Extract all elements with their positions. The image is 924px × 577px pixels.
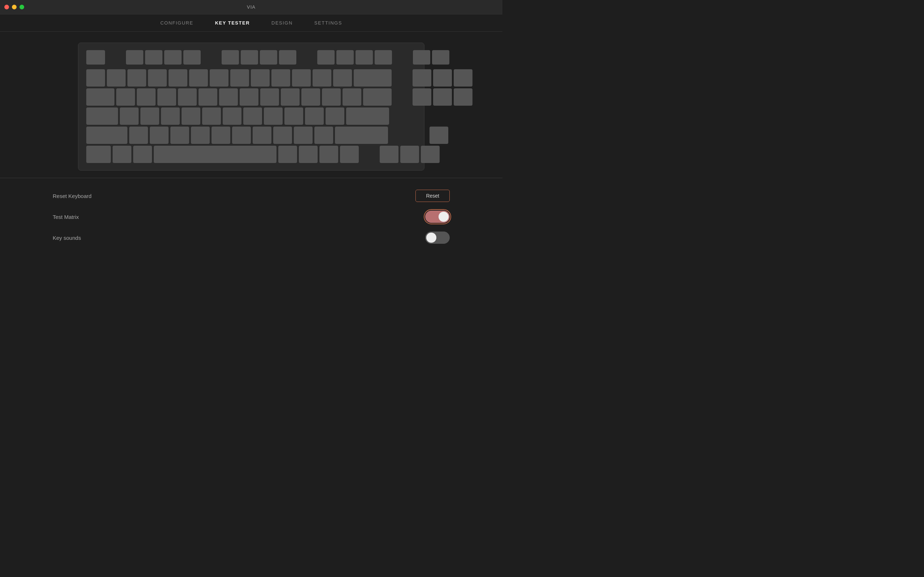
minimize-button[interactable] [12,5,16,10]
key-enter[interactable] [346,108,389,125]
key-j[interactable] [243,108,262,125]
key-period[interactable] [294,127,313,144]
key-tab[interactable] [86,89,115,106]
key-scroll[interactable] [432,50,449,64]
key-c[interactable] [170,127,189,144]
key-space[interactable] [154,146,276,163]
key-g[interactable] [202,108,221,125]
key-b[interactable] [212,127,230,144]
key-u[interactable] [240,89,258,106]
key-menu[interactable] [320,146,338,163]
key-p[interactable] [301,89,320,106]
key-k[interactable] [264,108,283,125]
key-f1[interactable] [126,50,143,64]
nav-settings[interactable]: SETTINGS [314,19,342,26]
key-home[interactable] [433,69,452,87]
key-end[interactable] [433,89,452,106]
key-d[interactable] [161,108,180,125]
key-down[interactable] [400,146,419,163]
key-backtick[interactable] [86,69,105,87]
key-e[interactable] [157,89,176,106]
key-z[interactable] [129,127,148,144]
key-backslash[interactable] [363,89,392,106]
key-8[interactable] [251,69,270,87]
test-matrix-toggle[interactable] [425,211,450,223]
key-s[interactable] [141,108,159,125]
key-f6[interactable] [241,50,258,64]
key-sounds-toggle[interactable] [425,232,450,244]
key-f[interactable] [181,108,200,125]
nav-configure[interactable]: CONFIGURE [160,19,194,26]
key-v[interactable] [191,127,210,144]
key-f11[interactable] [355,50,373,64]
key-slash[interactable] [314,127,333,144]
key-backspace[interactable] [354,69,392,87]
key-n[interactable] [232,127,251,144]
key-y[interactable] [219,89,238,106]
key-pgup[interactable] [454,69,472,87]
key-right[interactable] [421,146,439,163]
key-quote[interactable] [326,108,344,125]
key-5[interactable] [189,69,208,87]
key-lctrl[interactable] [86,146,111,163]
key-9[interactable] [271,69,290,87]
key-lalt[interactable] [133,146,152,163]
key-f4[interactable] [183,50,201,64]
key-6[interactable] [210,69,228,87]
key-row-zxcv [86,127,416,144]
key-1[interactable] [107,69,126,87]
key-i[interactable] [260,89,279,106]
key-sounds-label: Key sounds [53,235,81,241]
key-delete[interactable] [412,89,431,106]
key-o[interactable] [281,89,300,106]
key-up[interactable] [430,127,448,144]
key-0[interactable] [292,69,311,87]
key-lbracket[interactable] [322,89,341,106]
key-capslock[interactable] [86,108,118,125]
key-l[interactable] [284,108,303,125]
key-f10[interactable] [336,50,354,64]
key-equals[interactable] [333,69,352,87]
key-prtsc[interactable] [413,50,430,64]
key-4[interactable] [168,69,187,87]
key-lshift[interactable] [86,127,128,144]
reset-button[interactable]: Reset [415,190,450,202]
key-w[interactable] [137,89,155,106]
key-r[interactable] [178,89,197,106]
key-h[interactable] [223,108,241,125]
key-f8[interactable] [279,50,296,64]
key-semicolon[interactable] [305,108,324,125]
key-comma[interactable] [273,127,292,144]
key-q[interactable] [116,89,135,106]
key-f5[interactable] [221,50,239,64]
key-f7[interactable] [260,50,277,64]
key-m[interactable] [253,127,271,144]
key-rshift[interactable] [335,127,388,144]
key-7[interactable] [230,69,249,87]
key-t[interactable] [199,89,217,106]
key-ralt[interactable] [278,146,297,163]
key-rbracket[interactable] [342,89,361,106]
gap2 [202,50,220,64]
key-rctrl[interactable] [340,146,359,163]
key-left[interactable] [380,146,399,163]
key-f3[interactable] [164,50,181,64]
key-insert[interactable] [412,69,431,87]
key-rwin[interactable] [299,146,318,163]
key-2[interactable] [128,69,146,87]
key-f2[interactable] [145,50,162,64]
nav-design[interactable]: DESIGN [271,19,293,26]
key-3[interactable] [148,69,167,87]
key-pgdn[interactable] [454,89,472,106]
key-a[interactable] [120,108,139,125]
key-f12[interactable] [375,50,392,64]
key-minus[interactable] [313,69,331,87]
key-x[interactable] [150,127,168,144]
test-matrix-row: Test Matrix [53,206,450,227]
nav-key-tester[interactable]: KEY TESTER [215,19,250,26]
key-esc[interactable] [86,50,105,64]
key-lwin[interactable] [113,146,131,163]
close-button[interactable] [4,5,9,10]
key-f9[interactable] [317,50,334,64]
maximize-button[interactable] [19,5,24,10]
